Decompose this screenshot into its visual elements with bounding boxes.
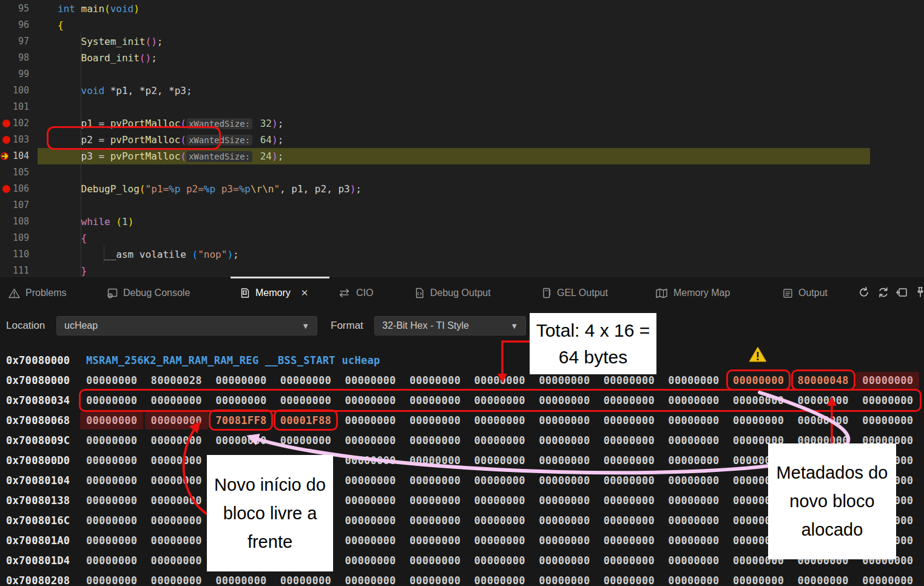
memory-cell[interactable]: 00000000 bbox=[539, 474, 604, 487]
memory-cell[interactable]: 00000000 bbox=[539, 554, 604, 567]
memory-cell[interactable]: 00000000 bbox=[862, 374, 924, 386]
memory-cell[interactable]: 00000000 bbox=[474, 494, 539, 507]
memory-cell[interactable]: 80000028 bbox=[151, 374, 216, 386]
code-editor[interactable]: 95int main(void)96{97 System_init();98 B… bbox=[0, 0, 924, 276]
memory-cell[interactable]: 00000000 bbox=[862, 574, 924, 586]
breakpoint-gutter[interactable] bbox=[0, 152, 12, 161]
memory-cell[interactable]: 00000000 bbox=[474, 414, 539, 426]
memory-cell[interactable]: 00000000 bbox=[345, 494, 410, 507]
format-combobox[interactable]: 32-Bit Hex - TI Style ▼ bbox=[374, 316, 526, 335]
memory-cell[interactable]: 00000000 bbox=[474, 454, 539, 466]
memory-cell[interactable]: 00000000 bbox=[345, 554, 410, 567]
memory-cell[interactable]: 00000000 bbox=[474, 374, 539, 386]
memory-cell[interactable]: 00000000 bbox=[345, 534, 410, 547]
memory-cell[interactable]: 00000000 bbox=[86, 494, 151, 507]
tab-memory[interactable]: Memory✕ bbox=[240, 283, 308, 303]
tab-cio[interactable]: CIO bbox=[338, 283, 373, 303]
memory-cell[interactable]: 00000000 bbox=[410, 514, 474, 527]
breakpoint-icon[interactable] bbox=[2, 185, 10, 193]
new-memory-view-icon[interactable] bbox=[894, 285, 910, 300]
memory-cell[interactable]: 00000000 bbox=[410, 454, 474, 466]
memory-cell[interactable]: 00000000 bbox=[668, 494, 733, 507]
memory-cell[interactable]: 00000000 bbox=[604, 414, 669, 426]
memory-cell[interactable]: 00000000 bbox=[668, 454, 733, 466]
memory-cell[interactable]: 00000000 bbox=[539, 494, 604, 507]
memory-cell[interactable]: 00000000 bbox=[539, 434, 604, 446]
memory-cell[interactable]: 00000000 bbox=[539, 414, 604, 426]
breakpoint-gutter[interactable] bbox=[0, 185, 12, 193]
memory-cell[interactable]: 00000000 bbox=[604, 494, 669, 507]
close-tab-icon[interactable]: ✕ bbox=[301, 288, 309, 298]
memory-cell[interactable]: 00001F88 bbox=[280, 414, 345, 426]
memory-cell[interactable]: 00000000 bbox=[668, 414, 733, 426]
memory-cell[interactable]: 00000000 bbox=[86, 574, 151, 586]
memory-cell[interactable]: 00000000 bbox=[668, 554, 733, 567]
memory-cell[interactable]: 00000000 bbox=[410, 554, 474, 567]
tab-debug-console[interactable]: Debug Console bbox=[106, 283, 190, 303]
memory-cell[interactable]: 00000000 bbox=[215, 374, 280, 386]
memory-cell[interactable]: 00000000 bbox=[604, 374, 669, 386]
memory-cell[interactable]: 00000000 bbox=[410, 574, 474, 586]
memory-cell[interactable]: 00000000 bbox=[86, 454, 151, 466]
memory-cell[interactable]: 00000000 bbox=[151, 574, 216, 586]
location-combobox[interactable]: ucHeap ▼ bbox=[56, 316, 317, 335]
memory-cell[interactable]: 00000000 bbox=[86, 374, 151, 386]
memory-cell[interactable]: 00000000 bbox=[151, 534, 216, 547]
breakpoint-icon[interactable] bbox=[2, 136, 10, 144]
memory-cell[interactable]: 00000000 bbox=[86, 554, 151, 567]
memory-cell[interactable]: 80000048 bbox=[798, 374, 863, 386]
memory-cell[interactable]: 00000000 bbox=[410, 474, 474, 487]
memory-cell[interactable]: 70081FF8 bbox=[215, 414, 280, 426]
memory-cell[interactable]: 00000000 bbox=[668, 474, 733, 487]
refresh-icon[interactable] bbox=[875, 285, 891, 300]
memory-cell[interactable]: 00000000 bbox=[410, 374, 474, 386]
memory-cell[interactable]: 00000000 bbox=[604, 434, 669, 446]
memory-cell[interactable]: 00000000 bbox=[539, 534, 604, 547]
memory-cell[interactable]: 00000000 bbox=[474, 534, 539, 547]
memory-cell[interactable]: 00000000 bbox=[733, 574, 798, 586]
memory-cell[interactable]: 00000000 bbox=[668, 374, 733, 386]
memory-cell[interactable]: 00000000 bbox=[798, 414, 863, 426]
memory-cell[interactable]: 00000000 bbox=[345, 434, 410, 446]
memory-cell[interactable]: 00000000 bbox=[86, 534, 151, 547]
tab-problems[interactable]: Problems bbox=[8, 283, 67, 303]
memory-cell[interactable]: 00000000 bbox=[539, 454, 604, 466]
memory-cell[interactable]: 00000000 bbox=[733, 414, 798, 426]
memory-cell[interactable]: 00000000 bbox=[280, 374, 345, 386]
pin-icon[interactable] bbox=[912, 285, 924, 300]
breakpoint-gutter[interactable] bbox=[0, 120, 12, 127]
memory-cell[interactable]: 00000000 bbox=[215, 574, 280, 586]
tab-debug-output[interactable]: Debug Output bbox=[414, 283, 491, 303]
memory-cell[interactable]: 00000000 bbox=[151, 474, 216, 487]
memory-cell[interactable]: 00000000 bbox=[280, 434, 345, 446]
memory-cell[interactable]: 00000000 bbox=[345, 514, 410, 527]
memory-cell[interactable]: 00000000 bbox=[345, 474, 410, 487]
memory-cell[interactable]: 00000000 bbox=[410, 434, 474, 446]
tab-output[interactable]: Output bbox=[783, 283, 828, 303]
memory-cell[interactable]: 00000000 bbox=[539, 574, 604, 586]
memory-cell[interactable]: 00000000 bbox=[151, 414, 216, 426]
memory-cell[interactable]: 00000000 bbox=[86, 434, 151, 446]
memory-cell[interactable]: 00000000 bbox=[345, 374, 410, 386]
memory-cell[interactable]: 00000000 bbox=[86, 414, 151, 426]
memory-cell[interactable]: 00000000 bbox=[410, 534, 474, 547]
memory-cell[interactable]: 00000000 bbox=[474, 514, 539, 527]
memory-cell[interactable]: 00000000 bbox=[86, 514, 151, 527]
tab-gel-output[interactable]: GEL Output bbox=[542, 283, 608, 303]
memory-cell[interactable]: 00000000 bbox=[668, 434, 733, 446]
memory-cell[interactable]: 00000000 bbox=[410, 414, 474, 426]
memory-cell[interactable]: 00000000 bbox=[345, 414, 410, 426]
memory-cell[interactable]: 00000000 bbox=[539, 514, 604, 527]
memory-cell[interactable]: 00000000 bbox=[604, 454, 669, 466]
memory-cell[interactable]: 00000000 bbox=[215, 434, 280, 446]
memory-cell[interactable]: 00000000 bbox=[733, 374, 798, 386]
memory-cell[interactable]: 00000000 bbox=[151, 434, 216, 446]
memory-cell[interactable]: 00000000 bbox=[345, 454, 410, 466]
memory-cell[interactable]: 00000000 bbox=[410, 494, 474, 507]
memory-cell[interactable]: 00000000 bbox=[474, 554, 539, 567]
memory-cell[interactable]: 00000000 bbox=[539, 374, 604, 386]
memory-cell[interactable]: 00000000 bbox=[668, 534, 733, 547]
memory-cell[interactable]: 00000000 bbox=[474, 434, 539, 446]
memory-cell[interactable]: 00000000 bbox=[668, 574, 733, 586]
memory-cell[interactable]: 00000000 bbox=[151, 514, 216, 527]
